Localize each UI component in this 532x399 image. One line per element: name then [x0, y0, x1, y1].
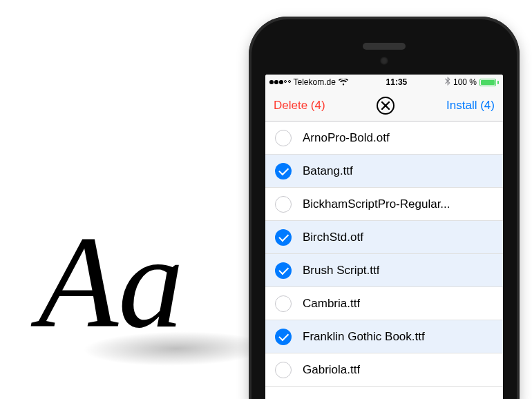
install-button[interactable]: Install (4): [446, 99, 495, 113]
close-icon: [381, 101, 390, 110]
phone-earpiece: [363, 43, 406, 50]
font-name-label: ArnoPro-Bold.otf: [303, 131, 390, 145]
font-row[interactable]: BickhamScriptPro-Regular...: [265, 188, 503, 221]
nav-bar: Delete (4) Install (4): [265, 90, 503, 121]
font-name-label: Brush Script.ttf: [303, 264, 379, 278]
checkbox-unchecked-icon[interactable]: [275, 362, 292, 378]
font-name-label: Franklin Gothic Book.ttf: [303, 330, 425, 344]
checkbox-checked-icon[interactable]: [275, 163, 292, 179]
font-row[interactable]: Batang.ttf: [265, 155, 503, 188]
checkbox-unchecked-icon[interactable]: [275, 130, 292, 146]
signal-icon: [269, 80, 291, 84]
checkbox-checked-icon[interactable]: [275, 229, 292, 246]
font-name-label: Batang.ttf: [303, 164, 353, 178]
wifi-icon: [339, 79, 348, 86]
aa-display: Aa: [38, 207, 184, 358]
font-row[interactable]: Cambria.ttf: [265, 287, 503, 320]
font-list[interactable]: ArnoPro-Bold.otfBatang.ttfBickhamScriptP…: [265, 121, 503, 399]
phone-camera: [380, 57, 388, 65]
font-row[interactable]: BirchStd.otf: [265, 221, 503, 254]
phone-screen: Telekom.de 11:35 100 % Delete (4): [265, 75, 503, 399]
font-row[interactable]: ArnoPro-Bold.otf: [265, 121, 503, 155]
font-name-label: BirchStd.otf: [303, 231, 363, 244]
font-row[interactable]: Brush Script.ttf: [265, 254, 503, 287]
font-row[interactable]: Gabriola.ttf: [265, 353, 503, 387]
battery-percent: 100 %: [453, 77, 477, 87]
status-left: Telekom.de: [269, 77, 348, 87]
status-time: 11:35: [386, 77, 408, 87]
close-button[interactable]: [377, 97, 395, 115]
battery-icon: [479, 79, 499, 86]
checkbox-unchecked-icon[interactable]: [275, 196, 292, 213]
font-name-label: BickhamScriptPro-Regular...: [303, 197, 450, 211]
status-bar: Telekom.de 11:35 100 %: [265, 75, 503, 90]
phone-frame: Telekom.de 11:35 100 % Delete (4): [249, 17, 520, 399]
checkbox-unchecked-icon[interactable]: [275, 295, 292, 312]
carrier-label: Telekom.de: [294, 77, 336, 87]
checkbox-checked-icon[interactable]: [275, 329, 292, 345]
font-row[interactable]: Franklin Gothic Book.ttf: [265, 320, 503, 353]
bluetooth-icon: [445, 77, 450, 88]
font-name-label: Gabriola.ttf: [303, 363, 360, 377]
delete-button[interactable]: Delete (4): [274, 99, 325, 113]
checkbox-checked-icon[interactable]: [275, 262, 292, 279]
status-right: 100 %: [445, 77, 499, 88]
font-name-label: Cambria.ttf: [303, 297, 360, 311]
